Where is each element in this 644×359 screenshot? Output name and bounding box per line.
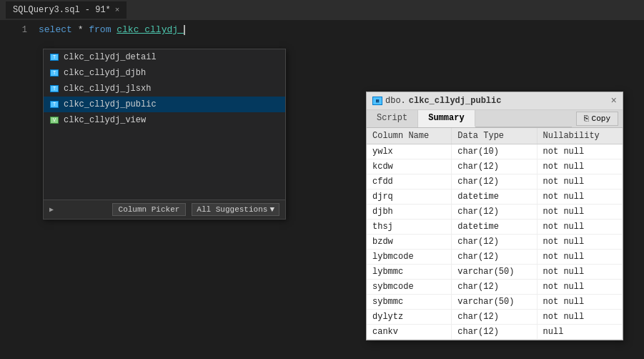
table-row: ywlx char(10) not null bbox=[367, 144, 623, 159]
autocomplete-label-djbh: clkc_cllydj_djbh bbox=[64, 68, 146, 78]
table-row: bzdw char(12) not null bbox=[367, 235, 623, 250]
editor-area: 1 select * from clkc_cllydj_ T clkc_clly… bbox=[0, 20, 644, 359]
expand-arrow-icon[interactable]: ▶ bbox=[49, 205, 54, 214]
table-row: thsj datetime not null bbox=[367, 220, 623, 235]
cell-data-type: varchar(50) bbox=[452, 295, 537, 310]
autocomplete-footer: ▶ Column Picker All Suggestions ▼ bbox=[44, 200, 285, 219]
summary-title-bold: clkc_cllydj_public bbox=[409, 96, 502, 106]
cell-nullability: not null bbox=[537, 205, 622, 220]
cell-column-name: sybmmc bbox=[367, 295, 452, 310]
summary-title-bar: ▦ dbo.clkc_cllydj_public × bbox=[367, 92, 623, 110]
cell-data-type: char(12) bbox=[452, 235, 537, 250]
col-header-type: Data Type bbox=[452, 128, 537, 144]
cell-nullability: not null bbox=[537, 295, 622, 310]
tab-label: SQLQuery3.sql - 91* bbox=[13, 5, 111, 15]
cell-column-name: ywlx bbox=[367, 144, 452, 159]
autocomplete-label-detail: clkc_cllydj_detail bbox=[64, 52, 157, 62]
view-icon-view: V bbox=[49, 115, 59, 125]
table-icon-jlsxh: T bbox=[49, 84, 59, 94]
line-number-1: 1 bbox=[6, 23, 27, 37]
all-suggestions-label: All Suggestions bbox=[197, 205, 267, 214]
summary-close-button[interactable]: × bbox=[611, 96, 617, 106]
summary-tabs: Script Summary ⎘ Copy bbox=[367, 110, 623, 128]
table-row: kcdw char(12) not null bbox=[367, 159, 623, 174]
autocomplete-item-detail[interactable]: T clkc_cllydj_detail bbox=[44, 49, 285, 65]
cell-nullability: not null bbox=[537, 220, 622, 235]
table-row: lybmmc varchar(50) not null bbox=[367, 265, 623, 280]
cell-column-name: thsj bbox=[367, 220, 452, 235]
table-row: dylytz char(12) not null bbox=[367, 310, 623, 325]
tab-summary[interactable]: Summary bbox=[418, 110, 475, 127]
autocomplete-dropdown: T clkc_cllydj_detail T clkc_cllydj_djbh … bbox=[43, 49, 286, 220]
cell-nullability: not null bbox=[537, 280, 622, 295]
tab-summary-label: Summary bbox=[428, 113, 464, 123]
code-line-1: 1 select * from clkc_cllydj_ bbox=[0, 23, 644, 37]
dropdown-arrow-icon: ▼ bbox=[269, 205, 274, 214]
cell-data-type: datetime bbox=[452, 190, 537, 205]
table-row: sybmmc varchar(50) not null bbox=[367, 295, 623, 310]
summary-panel: ▦ dbo.clkc_cllydj_public × Script Summar… bbox=[366, 92, 623, 340]
cell-column-name: lybmmc bbox=[367, 265, 452, 280]
database-icon: ▦ bbox=[372, 97, 382, 105]
col-header-name: Column Name bbox=[367, 128, 452, 144]
cell-nullability: not null bbox=[537, 174, 622, 190]
cell-nullability: not null bbox=[537, 159, 622, 174]
all-suggestions-button[interactable]: All Suggestions ▼ bbox=[192, 203, 279, 216]
table-icon-detail: T bbox=[49, 52, 59, 62]
table-row: lybmcode char(12) not null bbox=[367, 250, 623, 265]
keyword-from: from bbox=[89, 24, 111, 35]
cell-nullability: not null bbox=[537, 250, 622, 265]
summary-table: Column Name Data Type Nullability ywlx c… bbox=[367, 128, 623, 340]
copy-button[interactable]: ⎘ Copy bbox=[576, 112, 618, 126]
summary-table-container[interactable]: Column Name Data Type Nullability ywlx c… bbox=[367, 128, 623, 340]
title-bar: SQLQuery3.sql - 91* × bbox=[0, 0, 644, 20]
cell-nullability: not null bbox=[537, 265, 622, 280]
cell-data-type: char(12) bbox=[452, 174, 537, 190]
table-row: djbh char(12) not null bbox=[367, 205, 623, 220]
table-icon-djbh: T bbox=[49, 68, 59, 78]
cell-data-type: char(12) bbox=[452, 159, 537, 174]
editor-tab[interactable]: SQLQuery3.sql - 91* × bbox=[6, 1, 127, 19]
copy-label: Copy bbox=[592, 114, 610, 123]
cell-column-name: sybmcode bbox=[367, 280, 452, 295]
cell-nullability: not null bbox=[537, 235, 622, 250]
cell-nullability: not null bbox=[537, 144, 622, 159]
cell-column-name: lybmcode bbox=[367, 250, 452, 265]
col-header-null: Nullability bbox=[537, 128, 622, 144]
cell-nullability: null bbox=[537, 325, 622, 340]
cell-data-type: datetime bbox=[452, 220, 537, 235]
autocomplete-item-jlsxh[interactable]: T clkc_cllydj_jlsxh bbox=[44, 81, 285, 97]
cell-column-name: dylytz bbox=[367, 310, 452, 325]
autocomplete-label-view: clkc_cllydj_view bbox=[64, 115, 146, 125]
cell-nullability: not null bbox=[537, 310, 622, 325]
cell-column-name: djrq bbox=[367, 190, 452, 205]
code-text: select * from clkc_cllydj_ bbox=[39, 23, 185, 37]
cell-column-name: bzdw bbox=[367, 235, 452, 250]
cell-column-name: kcdw bbox=[367, 159, 452, 174]
autocomplete-item-public[interactable]: T clkc_cllydj_public bbox=[44, 97, 285, 112]
cell-data-type: char(10) bbox=[452, 144, 537, 159]
cursor bbox=[184, 25, 185, 35]
cell-data-type: char(12) bbox=[452, 310, 537, 325]
tab-script-label: Script bbox=[377, 113, 407, 123]
summary-title-prefix: dbo. bbox=[385, 96, 406, 106]
autocomplete-item-view[interactable]: V clkc_cllydj_view bbox=[44, 112, 285, 128]
autocomplete-item-djbh[interactable]: T clkc_cllydj_djbh bbox=[44, 65, 285, 81]
table-row: djrq datetime not null bbox=[367, 190, 623, 205]
cell-data-type: char(12) bbox=[452, 325, 537, 340]
cell-column-name: cankv bbox=[367, 325, 452, 340]
autocomplete-label-public: clkc_cllydj_public bbox=[64, 99, 157, 109]
tab-close-button[interactable]: × bbox=[115, 6, 120, 14]
keyword-select: select bbox=[39, 24, 72, 35]
code-space: * bbox=[78, 24, 89, 35]
table-row: cfdd char(12) not null bbox=[367, 174, 623, 190]
tab-script[interactable]: Script bbox=[367, 110, 418, 127]
cell-data-type: varchar(50) bbox=[452, 265, 537, 280]
cell-data-type: char(12) bbox=[452, 280, 537, 295]
column-picker-button[interactable]: Column Picker bbox=[112, 203, 187, 216]
table-reference: clkc_cllydj_ bbox=[117, 24, 184, 35]
table-icon-public: T bbox=[49, 99, 59, 109]
copy-icon: ⎘ bbox=[584, 114, 589, 123]
cell-data-type: char(12) bbox=[452, 250, 537, 265]
cell-nullability: not null bbox=[537, 190, 622, 205]
